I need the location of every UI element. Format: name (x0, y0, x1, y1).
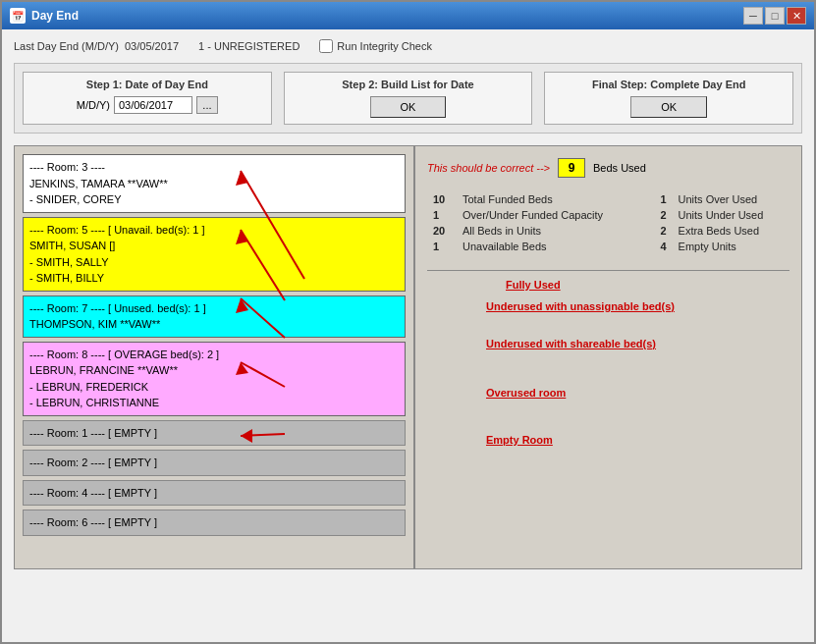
stat-num2: 2 (640, 223, 672, 239)
beds-used-label: Beds Used (593, 162, 646, 174)
svg-marker-5 (236, 298, 248, 313)
stats-legend-panel: This should be correct --> 9 Beds Used 1… (415, 146, 801, 568)
legend-underused-unassignable: Underused with unassignable bed(s) (486, 300, 675, 312)
stat-label1: Total Funded Beds (457, 191, 640, 207)
title-bar: 📅 Day End ─ □ ✕ (2, 2, 814, 29)
stat-label2: Units Under Used (673, 207, 789, 223)
close-button[interactable]: ✕ (787, 7, 806, 25)
minimize-button[interactable]: ─ (743, 7, 763, 25)
restore-button[interactable]: □ (765, 7, 785, 25)
step3-content: OK (555, 96, 783, 118)
main-window: 📅 Day End ─ □ ✕ Last Day End (M/D/Y) 03/… (0, 0, 816, 644)
step2-panel: Step 2: Build List for Date OK (284, 72, 533, 125)
title-bar-left: 📅 Day End (10, 8, 79, 24)
svg-line-4 (241, 298, 285, 338)
window-title: Day End (31, 9, 79, 23)
stats-row: 10 Total Funded Beds 1 Units Over Used (427, 191, 789, 207)
svg-marker-9 (241, 429, 252, 443)
room-line: ---- Room: 6 ---- [ EMPTY ] (29, 514, 399, 531)
stats-header: This should be correct --> 9 Beds Used (427, 158, 789, 178)
step2-ok-button[interactable]: OK (370, 96, 447, 118)
divider (427, 270, 789, 271)
run-integrity-label: Run Integrity Check (337, 40, 432, 52)
step3-panel: Final Step: Complete Day End OK (544, 72, 793, 125)
main-panels: ---- Room: 3 ----JENKINS, TAMARA **VAW**… (14, 145, 802, 569)
step2-title: Step 2: Build List for Date (295, 79, 522, 90)
svg-line-6 (241, 362, 285, 387)
stat-label2: Empty Units (673, 239, 789, 254)
room-line: ---- Room: 4 ---- [ EMPTY ] (29, 485, 399, 502)
step2-content: OK (295, 96, 522, 118)
legend-underused-shareable: Underused with shareable bed(s) (486, 338, 656, 349)
stats-row: 1 Unavailable Beds 4 Empty Units (427, 239, 789, 254)
stat-num1: 20 (427, 223, 457, 239)
beds-used-value: 9 (558, 158, 585, 178)
legend-empty-room: Empty Room (486, 434, 553, 446)
window-controls: ─ □ ✕ (743, 7, 806, 25)
app-icon: 📅 (10, 8, 26, 24)
stat-num2: 4 (640, 239, 672, 254)
last-day-end-value: 03/05/2017 (125, 40, 179, 52)
correct-text: This should be correct --> (427, 162, 550, 174)
room-line: - SMITH, SALLY (29, 254, 399, 271)
status-value: 1 - UNREGISTERED (198, 40, 299, 52)
stat-label2: Units Over Used (673, 191, 789, 207)
step1-panel: Step 1: Date of Day End M/D/Y) ... (23, 72, 272, 125)
stat-num1: 10 (427, 191, 457, 207)
run-integrity-checkbox[interactable] (319, 39, 333, 53)
stat-num1: 1 (427, 239, 457, 254)
stats-table: 10 Total Funded Beds 1 Units Over Used 1… (427, 191, 789, 254)
room-line: ---- Room: 3 ---- (29, 159, 399, 176)
status-item: 1 - UNREGISTERED (198, 40, 299, 52)
stat-num1: 1 (427, 207, 457, 223)
browse-button[interactable]: ... (196, 96, 218, 114)
steps-area: Step 1: Date of Day End M/D/Y) ... Step … (14, 63, 802, 134)
stats-row: 20 All Beds in Units 2 Extra Beds Used (427, 223, 789, 239)
room-line: JENKINS, TAMARA **VAW** (29, 176, 399, 192)
stat-num2: 2 (640, 207, 672, 223)
arrows-svg (231, 269, 427, 485)
legend-fully-used: Fully Used (506, 279, 561, 291)
stat-label1: Unavailable Beds (457, 239, 640, 254)
legend-area: Fully Used Underused with unassignable b… (427, 279, 789, 495)
step1-date-label: M/D/Y) (77, 99, 110, 111)
step1-date-input[interactable] (114, 96, 192, 114)
last-day-end-item: Last Day End (M/D/Y) 03/05/2017 (14, 40, 179, 52)
stat-label2: Extra Beds Used (673, 223, 789, 239)
stat-label1: Over/Under Funded Capacity (457, 207, 640, 223)
step3-title: Final Step: Complete Day End (555, 79, 783, 90)
step1-title: Step 1: Date of Day End (33, 79, 261, 90)
last-day-end-label: Last Day End (M/D/Y) (14, 40, 119, 52)
room-item-room3[interactable]: ---- Room: 3 ----JENKINS, TAMARA **VAW**… (23, 154, 406, 213)
stat-label1: All Beds in Units (457, 223, 640, 239)
content-area: Last Day End (M/D/Y) 03/05/2017 1 - UNRE… (2, 29, 814, 579)
integrity-check-item: Run Integrity Check (319, 39, 432, 53)
room-line: SMITH, SUSAN [] (29, 238, 399, 254)
top-bar: Last Day End (M/D/Y) 03/05/2017 1 - UNRE… (14, 39, 802, 53)
stats-row: 1 Over/Under Funded Capacity 2 Units Und… (427, 207, 789, 223)
room-line: - SNIDER, COREY (29, 191, 399, 208)
room-item-room6[interactable]: ---- Room: 6 ---- [ EMPTY ] (23, 510, 406, 536)
step3-ok-button[interactable]: OK (630, 96, 707, 118)
room-line: ---- Room: 5 ---- [ Unavail. bed(s): 1 ] (29, 222, 399, 239)
step1-content: M/D/Y) ... (33, 96, 261, 114)
stat-num2: 1 (640, 191, 672, 207)
legend-overused: Overused room (486, 387, 566, 399)
